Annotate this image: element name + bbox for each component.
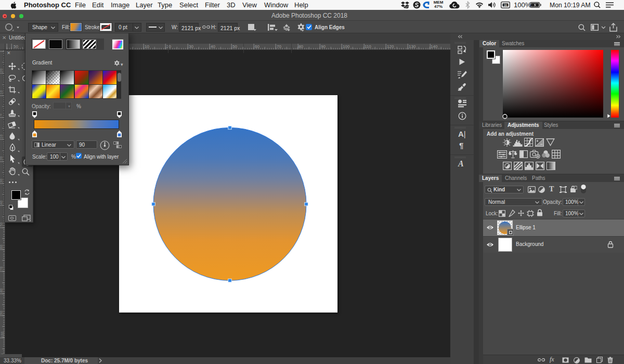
svg-text:36: 36	[504, 4, 508, 7]
